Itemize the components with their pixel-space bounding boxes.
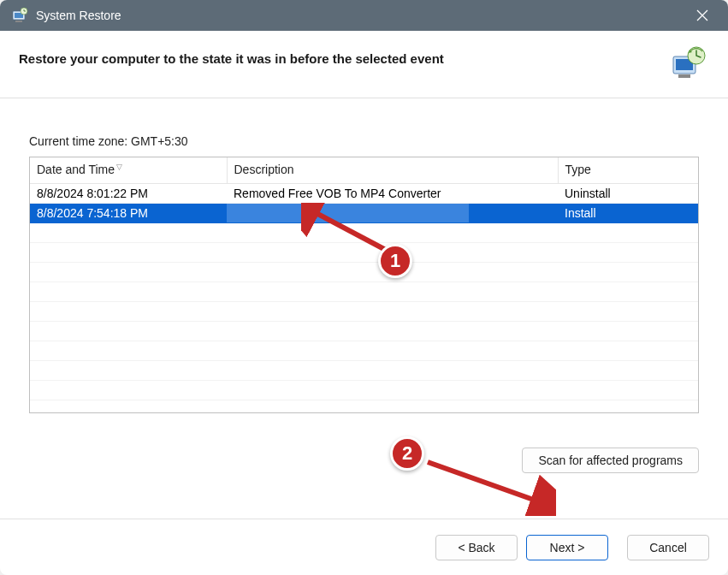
- svg-rect-2: [15, 21, 22, 22]
- col-type[interactable]: Type: [558, 157, 698, 184]
- close-button[interactable]: [684, 0, 721, 31]
- table-row-empty: [30, 322, 698, 341]
- timezone-label: Current time zone: GMT+5:30: [29, 134, 699, 148]
- wizard-header: Restore your computer to the state it wa…: [0, 31, 728, 98]
- cell-type: Uninstall: [558, 184, 698, 204]
- table-row-empty: [30, 341, 698, 361]
- cancel-button[interactable]: Cancel: [627, 535, 709, 560]
- cell-datetime: 8/8/2024 8:01:22 PM: [30, 184, 227, 204]
- titlebar: System Restore: [0, 0, 728, 31]
- scan-affected-programs-button[interactable]: Scan for affected programs: [522, 448, 699, 473]
- table-row-empty: [30, 361, 698, 381]
- table-row-empty: [30, 282, 698, 302]
- restore-icon: [670, 46, 706, 82]
- wizard-footer: < Back Next > Cancel: [0, 519, 728, 575]
- app-icon: [10, 6, 29, 25]
- table-row-empty: [30, 223, 698, 243]
- col-description[interactable]: Description: [227, 157, 558, 184]
- cell-description: [227, 204, 558, 223]
- table-row-empty: [30, 381, 698, 400]
- svg-rect-6: [678, 74, 690, 78]
- back-button[interactable]: < Back: [435, 535, 518, 560]
- table-row-empty: [30, 263, 698, 282]
- table-header-row: Date and Time▽ Description Type: [30, 157, 698, 184]
- table-row-empty: [30, 243, 698, 263]
- cell-datetime: 8/8/2024 7:54:18 PM: [30, 204, 227, 223]
- system-restore-window: System Restore Restore your computer to …: [0, 0, 728, 575]
- cell-description: Removed Free VOB To MP4 Converter: [227, 184, 558, 204]
- sort-desc-icon: ▽: [116, 163, 122, 171]
- table-row[interactable]: 8/8/2024 8:01:22 PM Removed Free VOB To …: [30, 184, 698, 204]
- col-datetime[interactable]: Date and Time▽: [30, 157, 227, 184]
- scan-row: Scan for affected programs: [29, 448, 699, 473]
- cell-type: Install: [558, 204, 698, 223]
- restore-points-table: Date and Time▽ Description Type 8/8/2024…: [29, 157, 699, 413]
- next-button[interactable]: Next >: [526, 535, 608, 560]
- table-row-empty: [30, 302, 698, 322]
- table-row[interactable]: 8/8/2024 7:54:18 PM Install: [30, 204, 698, 223]
- page-title: Restore your computer to the state it wa…: [19, 46, 670, 66]
- wizard-content: Current time zone: GMT+5:30 Date and Tim…: [0, 98, 728, 519]
- window-title: System Restore: [36, 9, 684, 22]
